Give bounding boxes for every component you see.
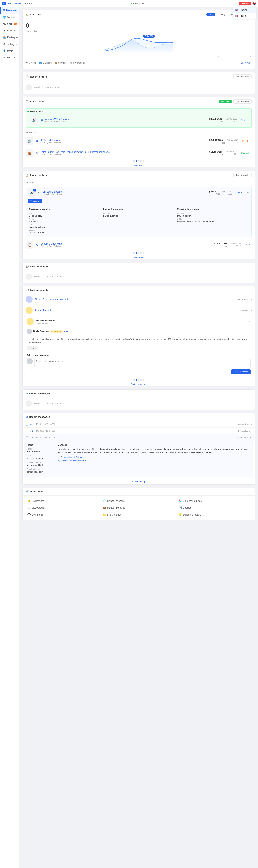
settings-gear-icon[interactable]: ⚙ xyxy=(247,191,249,194)
add-new-button[interactable]: Add new + xyxy=(24,2,35,5)
attached-link[interactable]: 📎 Some of our files attached xyxy=(58,459,251,462)
flag-icon[interactable]: 🇬🇧 xyxy=(252,2,256,5)
dot-4[interactable] xyxy=(140,160,142,162)
reply-button[interactable]: ↩ Reply xyxy=(27,346,38,350)
com-dot-2[interactable] xyxy=(136,379,137,381)
chart-label-5: 5 xyxy=(154,55,155,58)
add-new-order-button[interactable]: Add new order xyxy=(233,99,252,103)
comment-settings-icon[interactable]: ⚙ xyxy=(249,320,251,323)
payment-info-col: Payment Information Provider Paypal Expr… xyxy=(103,208,174,235)
edit-comment-link[interactable]: Edit xyxy=(64,330,68,333)
com-dot-5[interactable] xyxy=(143,379,144,381)
statistics-title: 📊 Statistics xyxy=(26,13,41,16)
quick-link-file-manager[interactable]: 📁 File Manager xyxy=(101,512,176,518)
order-watch-id: #5 xyxy=(36,244,38,246)
order-4-name[interactable]: 3D Sound Speaker xyxy=(40,139,207,142)
orders-empty-message: You don't have any orders xyxy=(34,86,61,89)
order-row-5[interactable]: 👜 #5 Saint Laurent Bag From France colle… xyxy=(23,147,255,159)
quick-link-marketplace[interactable]: 🏪 Go to Marketplace xyxy=(177,498,252,504)
message-2-checkbox[interactable] xyxy=(26,430,28,432)
message-1-checkbox[interactable] xyxy=(26,423,28,426)
chart-label-3: 3 xyxy=(90,55,91,58)
chart-label-2: 2 xyxy=(58,55,59,58)
app-logo[interactable]: M Microweber xyxy=(2,2,21,5)
new-order-sub: Order by: Boris Sokolov xyxy=(45,121,207,123)
shipping-method-field: Method Pay on delivery xyxy=(177,213,248,217)
sidebar-item-settings[interactable]: ⚙ Settings › xyxy=(0,41,19,48)
new-order-row[interactable]: 🔊 #3 Amazon Wi-Fi Speaker Order by: Bori… xyxy=(27,114,250,126)
quick-link-notifications[interactable]: 🔔 Notifications xyxy=(26,498,101,504)
logout-label: Log out xyxy=(7,56,15,59)
manage-modules-icon: 📦 xyxy=(103,506,106,509)
expanded-order-price: $20 USD xyxy=(209,190,218,193)
sidebar: ⊞ Dashboard 🌐 Website › 🛍 Shop 1 ⊕ Modul… xyxy=(0,7,19,868)
last-comments-card: 💬 Last comments Riding of your favourite… xyxy=(22,286,255,386)
com-dot-1[interactable] xyxy=(133,379,135,381)
exp-dot-4[interactable] xyxy=(140,252,142,254)
order-row-4[interactable]: 🔊 #4 3D Sound Speaker Order by: Boris So… xyxy=(23,135,255,147)
sidebar-item-website[interactable]: 🌐 Website › xyxy=(0,14,19,21)
order-watch-meta: $33.60 USD Paid xyxy=(214,242,228,247)
new-order-name[interactable]: Amazon Wi-Fi Speaker xyxy=(45,118,207,121)
quick-link-comments[interactable]: 💬 Comments xyxy=(26,512,101,518)
sidebar-item-dashboard[interactable]: ⊞ Dashboard xyxy=(0,7,19,14)
exp-dot-2[interactable] xyxy=(136,252,137,254)
add-new-order-expanded-button[interactable]: Add new order xyxy=(233,173,252,177)
dot-2[interactable] xyxy=(136,160,137,162)
show-more-link[interactable]: Show more xyxy=(241,62,252,64)
lang-english[interactable]: 🇬🇧 English xyxy=(233,7,256,13)
plus-icon: + xyxy=(34,2,35,5)
reply-label: Reply xyxy=(31,347,36,349)
exp-dot-5[interactable] xyxy=(143,252,144,254)
dot-1[interactable] xyxy=(133,160,135,162)
comments-count: 0 xyxy=(73,62,74,64)
message-row-1[interactable]: #1 Mar 05, 2020 14:38b 44 minutes ago xyxy=(23,421,255,428)
message-row-2[interactable]: #2 Mar 02, 2020 10:38b 20 minutes ago xyxy=(23,428,255,434)
chart-tooltip: Daily: 100 xyxy=(143,35,155,38)
order-row-watch[interactable]: ⌚ #5 Modern Golder Watch Order by: Boris… xyxy=(23,239,255,251)
order-watch-name[interactable]: Modern Golder Watch xyxy=(40,243,212,245)
comment-textarea[interactable] xyxy=(34,358,251,368)
quick-link-updates[interactable]: 🔄 Updates xyxy=(177,505,252,511)
see-all-messages-link[interactable]: See all messages xyxy=(23,479,255,484)
quick-link-suggest[interactable]: 💡 Suggest a feature xyxy=(177,512,252,518)
message-3-checkbox[interactable] xyxy=(26,436,28,439)
go-to-orders-link[interactable]: Go to orders xyxy=(23,163,255,167)
message-row-3[interactable]: #3 Mar 02, 2020 08:17b 3 minutes ago ⚙ xyxy=(23,434,255,441)
updates-label: Updates xyxy=(183,506,192,509)
post-comment-button[interactable]: Post Comment xyxy=(231,369,251,374)
exp-dot-1[interactable] xyxy=(133,252,135,254)
chart-label-1: 1 xyxy=(26,55,28,58)
dot-3[interactable] xyxy=(138,160,139,162)
view-order-button[interactable]: View order xyxy=(28,199,42,203)
exp-dot-3[interactable] xyxy=(138,252,139,254)
tab-daily[interactable]: Daily xyxy=(206,12,215,17)
quick-link-manage-modules[interactable]: 📦 Manage Modules xyxy=(101,505,176,511)
add-new-order-empty-button[interactable]: Add new order xyxy=(233,74,252,79)
lang-french[interactable]: 🇫🇷 French xyxy=(233,13,256,19)
order-5-name[interactable]: Saint Laurent Bag From France collection… xyxy=(40,151,207,153)
recent-messages-empty-header: ✉ Recent Messages xyxy=(23,390,255,397)
tab-weekly[interactable]: Weekly xyxy=(216,12,228,17)
comment-item-2[interactable]: Around the world 5 minutes ago xyxy=(23,305,255,316)
order-5-status: Complete xyxy=(239,151,252,155)
quick-link-view-orders[interactable]: 📋 View Orders xyxy=(26,505,101,511)
com-dot-4[interactable] xyxy=(140,379,142,381)
sidebar-item-marketplace[interactable]: 🏪 Marketplace xyxy=(0,34,19,41)
quick-link-manage-website[interactable]: 🌐 Manage Website xyxy=(101,498,176,504)
sidebar-item-modules[interactable]: ⊕ Modules xyxy=(0,27,19,34)
message-3-settings-icon[interactable]: ⚙ xyxy=(250,436,252,439)
sidebar-item-logout[interactable]: ↩ Log out xyxy=(0,54,19,61)
fields-section-title: Fields xyxy=(27,444,53,446)
sidebar-item-users[interactable]: 👤 Users › xyxy=(0,48,19,54)
go-to-orders-expanded-link[interactable]: Go to orders xyxy=(23,255,255,259)
recent-messages-empty-title: ✉ Recent Messages xyxy=(26,392,50,395)
com-dot-3[interactable] xyxy=(138,379,139,381)
live-edit-button[interactable]: Live edit xyxy=(239,2,251,5)
expanded-order-name[interactable]: 3D Sound Speaker xyxy=(43,190,206,193)
go-to-comments-link[interactable]: Go to comments xyxy=(23,382,255,386)
refactoring-link[interactable]: 📄 Refactoring UI: Bet Alex xyxy=(58,456,251,458)
comment-item-1[interactable]: Riding of your favourite destination 19 … xyxy=(23,294,255,305)
dot-5[interactable] xyxy=(143,160,144,162)
sidebar-item-shop[interactable]: 🛍 Shop 1 xyxy=(0,21,19,27)
